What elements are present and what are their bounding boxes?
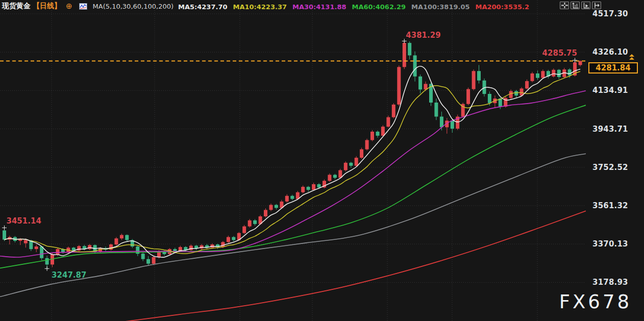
ma-readout: MA10:4223.37: [233, 3, 287, 11]
last-price-badge: 4281.84: [588, 62, 638, 73]
y-axis-label: 4134.91: [592, 86, 628, 95]
watermark: FX678: [559, 291, 632, 313]
ma-line-ma30: [0, 91, 586, 257]
price-annotation: 3247.87: [52, 270, 86, 280]
price-up-arrow-icon: [629, 54, 634, 60]
y-axis-label: 3178.93: [592, 278, 628, 287]
extreme-marker: [573, 58, 577, 63]
pan-icon[interactable]: [560, 2, 569, 9]
ma-line-ma200: [77, 211, 586, 321]
price-annotation: 4381.29: [406, 31, 440, 40]
price-annotation: 4285.75: [542, 48, 577, 58]
chart-header: 现货黄金 【日线】 ⊕ MA(5,10,30,60,100,200) MA5:4…: [2, 1, 535, 12]
chart-toolbar: [560, 2, 601, 9]
ma-line-ma60: [0, 105, 586, 268]
period-label[interactable]: 【日线】: [33, 2, 61, 11]
shift-right-icon[interactable]: [592, 2, 601, 9]
y-axis-label: 4517.30: [592, 9, 628, 18]
ma-readout: MA60:4062.29: [352, 3, 406, 11]
y-axis-label: 3561.32: [592, 201, 628, 210]
price-annotation: 3451.14: [7, 216, 41, 226]
add-indicator-icon[interactable]: ⊕: [66, 3, 72, 10]
extreme-marker: [45, 266, 49, 271]
extreme-marker: [2, 226, 7, 230]
axis-scale-icon[interactable]: [571, 2, 580, 9]
ma-line-ma100: [0, 154, 586, 297]
candlestick-chart[interactable]: 3451.143247.874381.294285.75: [0, 0, 586, 321]
axis-play-icon[interactable]: [581, 2, 590, 9]
ma-settings-label[interactable]: MA(5,10,30,60,100,200): [93, 3, 174, 10]
y-axis-label: 4326.10: [592, 47, 628, 57]
y-axis-label: 3943.71: [592, 125, 628, 134]
trading-chart-window: 3451.143247.874381.294285.75 4517.304326…: [0, 0, 644, 321]
y-axis-label: 3752.52: [592, 163, 628, 172]
y-axis-label: 3370.13: [592, 239, 628, 249]
last-price-value: 4281.84: [596, 63, 630, 72]
chart-type-icon[interactable]: [79, 3, 87, 10]
ma-readout: MA100:3819.05: [411, 3, 470, 11]
ma-readout: MA30:4131.88: [292, 3, 346, 11]
ma-line-ma5: [5, 66, 581, 257]
symbol-title: 现货黄金: [2, 2, 31, 11]
ma-legend: MA5:4237.70MA10:4223.37MA30:4131.88MA60:…: [178, 2, 535, 11]
candles-layer: [3, 41, 582, 269]
ma-readout: MA5:4237.70: [178, 3, 227, 11]
price-axis[interactable]: 4517.304326.104134.913943.713752.523561.…: [586, 0, 644, 321]
ma-readout: MA200:3535.2: [476, 3, 530, 11]
